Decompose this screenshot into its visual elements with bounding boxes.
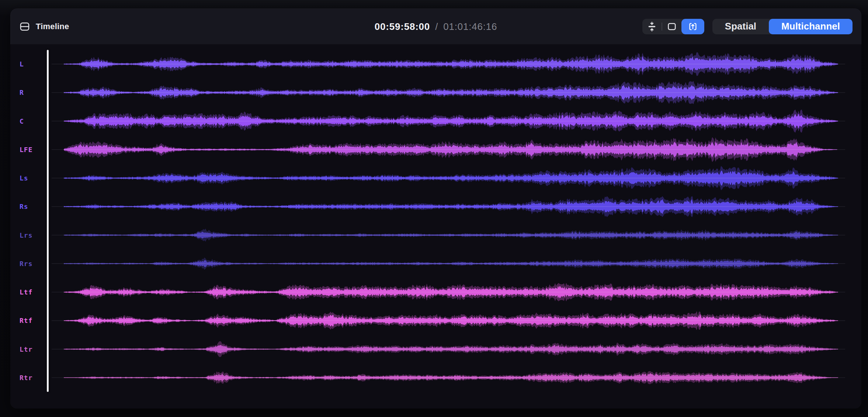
waveform-canvas[interactable] — [52, 50, 845, 392]
channel-label-Lrs: Lrs — [10, 221, 48, 249]
expand-icon — [688, 21, 698, 32]
channel-label-Ltf: Ltf — [10, 278, 48, 306]
collapse-vertical-button[interactable] — [642, 19, 662, 34]
channel-label-L: L — [10, 50, 48, 78]
rows-icon — [19, 21, 30, 32]
frame-icon — [667, 21, 677, 32]
tab-spatial[interactable]: Spatial — [712, 19, 769, 34]
timecode-display: 00:59:58:00 / 01:01:46:16 — [375, 21, 497, 32]
page-title: Timeline — [36, 22, 69, 31]
timeline-header: Timeline 00:59:58:00 / 01:01:46:16 — [10, 8, 861, 44]
channel-label-R: R — [10, 78, 48, 107]
view-mode-toggle: Spatial Multichannel — [712, 19, 853, 34]
waveform-area[interactable]: LRCLFELsRsLrsRrsLtfRtfLtrRtr — [10, 44, 861, 409]
channel-label-Ls: Ls — [10, 164, 48, 192]
toolbar-icon-group — [642, 19, 704, 34]
channel-label-Ltr: Ltr — [10, 335, 48, 363]
channel-gutter: LRCLFELsRsLrsRrsLtfRtfLtrRtr — [10, 50, 48, 392]
playhead[interactable] — [47, 50, 49, 392]
frame-view-button[interactable] — [662, 19, 681, 34]
channel-label-Rtf: Rtf — [10, 306, 48, 335]
timecode-current: 00:59:58:00 — [375, 21, 430, 32]
channel-label-Rtr: Rtr — [10, 363, 48, 392]
timeline-panel: Timeline 00:59:58:00 / 01:01:46:16 — [10, 8, 861, 409]
timecode-separator: / — [435, 21, 438, 32]
channel-label-C: C — [10, 107, 48, 135]
collapse-vertical-icon — [647, 21, 657, 32]
channel-label-LFE: LFE — [10, 135, 48, 164]
tab-multichannel[interactable]: Multichannel — [769, 19, 853, 34]
channel-label-Rrs: Rrs — [10, 249, 48, 278]
expand-view-button[interactable] — [681, 19, 704, 34]
channel-label-Rs: Rs — [10, 192, 48, 221]
timecode-total: 01:01:46:16 — [443, 21, 497, 32]
